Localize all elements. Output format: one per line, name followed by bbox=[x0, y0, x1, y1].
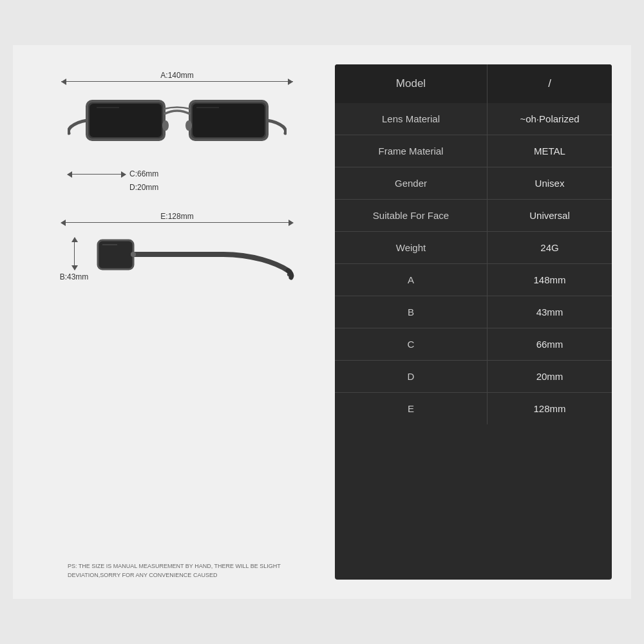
spec-row: Suitable For FaceUniversal bbox=[335, 200, 612, 232]
dim-c-row: C:66mm bbox=[68, 169, 158, 178]
spec-row: GenderUnisex bbox=[335, 167, 612, 200]
dim-a-arrow bbox=[61, 81, 293, 82]
spec-label: B bbox=[335, 296, 488, 328]
spec-row: C66mm bbox=[335, 328, 612, 361]
spec-value: Universal bbox=[488, 200, 612, 232]
spec-label: A bbox=[335, 264, 488, 296]
header-col1: Model bbox=[335, 64, 488, 103]
spec-value: ~oh·Polarized bbox=[488, 103, 612, 135]
spec-label: D bbox=[335, 361, 488, 393]
spec-label: E bbox=[335, 393, 488, 425]
left-panel: A:140mm bbox=[32, 64, 322, 580]
glasses-side-view bbox=[95, 231, 294, 289]
dim-d-label-container: D:20mm bbox=[129, 181, 158, 193]
dimension-a-block: A:140mm bbox=[32, 71, 322, 82]
spec-table: Model / Lens Material~oh·PolarizedFrame … bbox=[335, 64, 612, 424]
side-view-block: B:43mm bbox=[60, 231, 295, 289]
spec-label: C bbox=[335, 328, 488, 361]
spec-value: 20mm bbox=[488, 361, 612, 393]
svg-point-5 bbox=[185, 120, 192, 131]
spec-row: D20mm bbox=[335, 361, 612, 393]
svg-rect-3 bbox=[193, 104, 265, 137]
dim-b-label: B:43mm bbox=[60, 272, 89, 281]
svg-point-4 bbox=[162, 120, 169, 131]
ps-note: PS: THE SIZE IS MANUAL MEASUREMENT BY HA… bbox=[68, 549, 287, 580]
spec-label: Weight bbox=[335, 232, 488, 264]
spec-value: 43mm bbox=[488, 296, 612, 328]
spec-row: Lens Material~oh·Polarized bbox=[335, 103, 612, 135]
svg-point-10 bbox=[131, 252, 136, 257]
spec-value: 66mm bbox=[488, 328, 612, 361]
spec-value: 148mm bbox=[488, 264, 612, 296]
spec-row: Weight24G bbox=[335, 232, 612, 264]
spec-label: Lens Material bbox=[335, 103, 488, 135]
dim-c-label: C:66mm bbox=[129, 169, 158, 178]
spec-row: B43mm bbox=[335, 296, 612, 328]
spec-body: Lens Material~oh·PolarizedFrame Material… bbox=[335, 103, 612, 424]
ps-note-text: PS: THE SIZE IS MANUAL MEASUREMENT BY HA… bbox=[68, 563, 281, 578]
dim-e-label: E:128mm bbox=[160, 212, 193, 221]
spec-value: Unisex bbox=[488, 167, 612, 200]
dim-a-label: A:140mm bbox=[160, 71, 193, 80]
svg-rect-1 bbox=[90, 104, 162, 137]
diagram-side: E:128mm B:43mm bbox=[32, 212, 322, 289]
dim-b-block: B:43mm bbox=[60, 238, 89, 281]
glasses-front-view bbox=[68, 82, 287, 166]
right-panel: Model / Lens Material~oh·PolarizedFrame … bbox=[335, 64, 612, 580]
spec-label: Suitable For Face bbox=[335, 200, 488, 232]
spec-row: A148mm bbox=[335, 264, 612, 296]
spec-row: Frame MaterialMETAL bbox=[335, 135, 612, 167]
spec-label: Frame Material bbox=[335, 135, 488, 167]
main-container: A:140mm bbox=[13, 45, 631, 599]
dim-d-label: D:20mm bbox=[129, 183, 158, 192]
spec-value: 24G bbox=[488, 232, 612, 264]
spec-label: Gender bbox=[335, 167, 488, 200]
spec-value: 128mm bbox=[488, 393, 612, 425]
spec-row: E128mm bbox=[335, 393, 612, 425]
spec-header-row: Model / bbox=[335, 64, 612, 103]
header-col2: / bbox=[488, 64, 612, 103]
spec-value: METAL bbox=[488, 135, 612, 167]
